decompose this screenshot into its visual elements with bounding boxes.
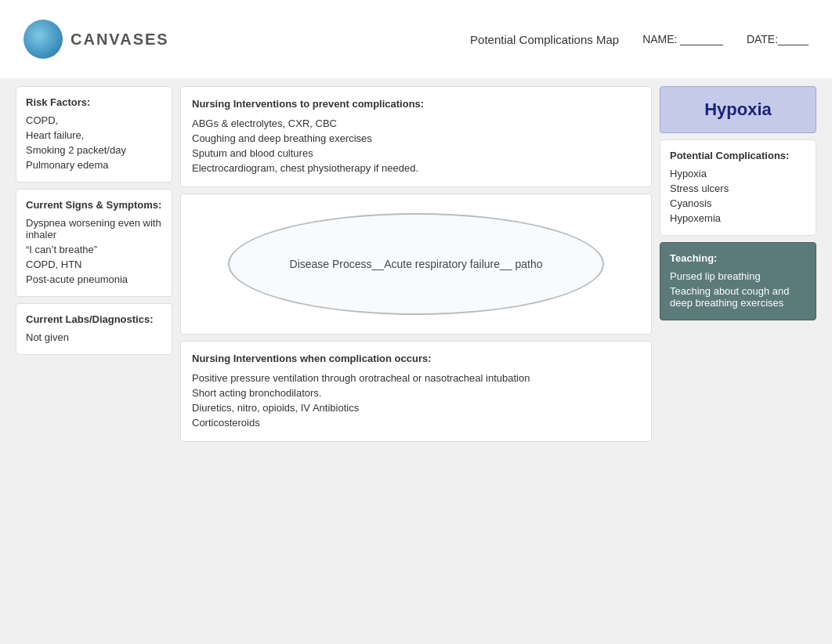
list-item: Diuretics, nitro, opioids, IV Antibiotic… xyxy=(192,400,640,415)
page-title: Potential Complications Map xyxy=(470,33,619,46)
list-item: Teaching about cough and deep breathing … xyxy=(670,284,806,310)
list-item: Sputum and blood cultures xyxy=(192,146,640,161)
list-item: Cyanosis xyxy=(670,196,806,211)
nursing-occurs-title: Nursing Interventions when complication … xyxy=(192,353,640,364)
list-item: ABGs & electrolytes, CXR, CBC xyxy=(192,116,640,131)
center-column: Nursing Interventions to prevent complic… xyxy=(180,86,652,635)
hypoxia-title: Hypoxia xyxy=(704,99,772,119)
date-field: DATE:_____ xyxy=(747,33,808,45)
nursing-occurs-card: Nursing Interventions when complication … xyxy=(180,341,652,442)
list-item: “I can’t breathe” xyxy=(26,242,162,257)
nursing-prevent-title: Nursing Interventions to prevent complic… xyxy=(192,98,640,110)
list-item: Hypoxia xyxy=(670,166,806,181)
signs-symptoms-card: Current Signs & Symptoms: Dyspnea worsen… xyxy=(16,189,172,297)
list-item: Pulmonary edema xyxy=(26,157,162,172)
list-item: Smoking 2 packet/day xyxy=(26,143,162,157)
right-column: Hypoxia Potential Complications: Hypoxia… xyxy=(660,86,816,635)
risk-factors-title: Risk Factors: xyxy=(26,96,162,108)
logo-text: CANVASES xyxy=(71,31,169,49)
list-item: Dyspnea worsening even with inhaler xyxy=(26,215,162,242)
list-item: Post-acute pneumonia xyxy=(26,272,162,287)
teaching-card: Teaching: Pursed lip breathing Teaching … xyxy=(660,242,816,320)
list-item: Coughing and deep breathing exercises xyxy=(192,131,640,146)
oval-shape: Disease Process__Acute respiratory failu… xyxy=(228,213,604,315)
list-item: Not given xyxy=(26,330,162,345)
teaching-title: Teaching: xyxy=(670,252,806,264)
nursing-prevent-card: Nursing Interventions to prevent complic… xyxy=(180,86,652,187)
labs-card: Current Labs/Diagnostics: Not given xyxy=(16,303,172,355)
header: CANVASES Potential Complications Map NAM… xyxy=(0,0,832,78)
list-item: Pursed lip breathing xyxy=(670,269,806,284)
list-item: Heart failure, xyxy=(26,128,162,143)
list-item: Corticosteroids xyxy=(192,415,640,430)
name-field: NAME: _______ xyxy=(642,33,723,45)
list-item: Positive pressure ventilation through or… xyxy=(192,371,640,385)
potential-complications-card: Potential Complications: Hypoxia Stress … xyxy=(660,139,816,236)
logo-area: CANVASES xyxy=(24,20,169,59)
left-column: Risk Factors: COPD, Heart failure, Smoki… xyxy=(16,86,172,635)
list-item: Electrocardiogram, chest physiotherapy i… xyxy=(192,161,640,175)
list-item: Stress ulcers xyxy=(670,181,806,196)
labs-title: Current Labs/Diagnostics: xyxy=(26,313,162,325)
list-item: COPD, HTN xyxy=(26,257,162,272)
signs-symptoms-title: Current Signs & Symptoms: xyxy=(26,199,162,211)
list-item: Hypoxemia xyxy=(670,211,806,226)
logo-icon xyxy=(24,20,63,59)
potential-complications-title: Potential Complications: xyxy=(670,150,806,161)
disease-process-text: Disease Process__Acute respiratory failu… xyxy=(290,258,543,270)
hypoxia-card: Hypoxia xyxy=(660,86,816,133)
list-item: COPD, xyxy=(26,113,162,128)
risk-factors-card: Risk Factors: COPD, Heart failure, Smoki… xyxy=(16,86,172,183)
header-right: Potential Complications Map NAME: ______… xyxy=(470,33,808,46)
main-content: Risk Factors: COPD, Heart failure, Smoki… xyxy=(0,78,832,642)
list-item: Short acting bronchodilators. xyxy=(192,385,640,400)
disease-process-container: Disease Process__Acute respiratory failu… xyxy=(180,194,652,335)
